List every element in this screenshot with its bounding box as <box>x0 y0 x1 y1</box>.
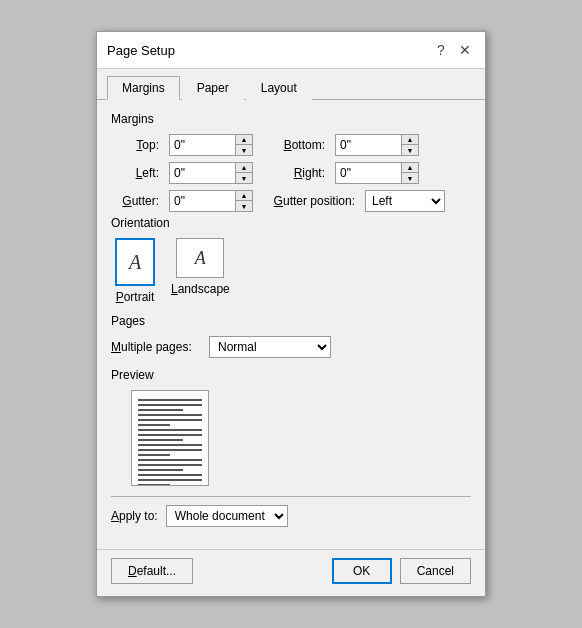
pages-section: Pages Multiple pages: Normal Mirror marg… <box>111 314 471 358</box>
landscape-option[interactable]: A Landscape <box>171 238 230 304</box>
preview-line <box>138 459 202 461</box>
preview-line <box>138 474 202 476</box>
bottom-spin-down[interactable]: ▼ <box>402 145 418 155</box>
divider <box>111 496 471 497</box>
gutter-spin-buttons: ▲ ▼ <box>235 191 252 211</box>
tab-paper[interactable]: Paper <box>182 76 244 100</box>
bottom-spin-input[interactable]: ▲ ▼ <box>335 134 419 156</box>
preview-section: Preview <box>111 368 471 486</box>
top-input[interactable] <box>170 135 235 155</box>
margins-left-col: Top: ▲ ▼ Left: ▲ ▼ <box>111 134 253 212</box>
orientation-label: Orientation <box>111 216 471 230</box>
landscape-label: Landscape <box>171 282 230 296</box>
right-input[interactable] <box>336 163 401 183</box>
bottom-spin-up[interactable]: ▲ <box>402 135 418 145</box>
top-label: Top: <box>111 138 163 152</box>
preview-lines <box>132 391 208 486</box>
preview-line <box>138 419 202 421</box>
gutter-label: Gutter: <box>111 194 163 208</box>
preview-label: Preview <box>111 368 471 382</box>
top-spin-down[interactable]: ▼ <box>236 145 252 155</box>
top-field-row: Top: ▲ ▼ <box>111 134 253 156</box>
gutter-position-label: Gutter position: <box>269 194 359 208</box>
top-spin-up[interactable]: ▲ <box>236 135 252 145</box>
gutter-spin-up[interactable]: ▲ <box>236 191 252 201</box>
apply-to-select[interactable]: Whole document This section This point f… <box>167 506 287 526</box>
apply-to-label: Apply to: <box>111 509 158 523</box>
preview-line <box>138 429 202 431</box>
top-spin-input[interactable]: ▲ ▼ <box>169 134 253 156</box>
preview-line <box>138 399 202 401</box>
tab-content: Margins Top: ▲ ▼ Left: <box>97 100 485 549</box>
portrait-label: Portrait <box>116 290 155 304</box>
apply-to-dropdown[interactable]: Whole document This section This point f… <box>166 505 288 527</box>
preview-line <box>138 414 202 416</box>
preview-box <box>131 390 209 486</box>
left-spin-input[interactable]: ▲ ▼ <box>169 162 253 184</box>
right-spin-down[interactable]: ▼ <box>402 173 418 183</box>
preview-line <box>138 484 170 486</box>
page-setup-dialog: Page Setup ? ✕ Margins Paper Layout Marg… <box>96 31 486 597</box>
left-input[interactable] <box>170 163 235 183</box>
bottom-field-row: Bottom: ▲ ▼ <box>269 134 445 156</box>
cancel-button[interactable]: Cancel <box>400 558 471 584</box>
ok-button[interactable]: OK <box>332 558 392 584</box>
gutter-position-field-row: Gutter position: Left Top <box>269 190 445 212</box>
margins-right-col: Bottom: ▲ ▼ Right: ▲ <box>269 134 445 212</box>
left-label: Left: <box>111 166 163 180</box>
pages-row: Multiple pages: Normal Mirror margins 2 … <box>111 336 471 358</box>
preview-line <box>138 444 202 446</box>
orientation-section: Orientation A Portrait A Landscape <box>111 216 471 304</box>
close-button[interactable]: ✕ <box>455 40 475 60</box>
left-spin-up[interactable]: ▲ <box>236 163 252 173</box>
preview-line <box>138 439 183 441</box>
landscape-icon: A <box>176 238 224 278</box>
right-label: Right: <box>269 166 329 180</box>
dialog-title: Page Setup <box>107 43 175 58</box>
apply-to-row: Apply to: Whole document This section Th… <box>111 505 471 527</box>
help-button[interactable]: ? <box>431 40 451 60</box>
margins-fields: Top: ▲ ▼ Left: ▲ ▼ <box>111 134 471 212</box>
multiple-pages-label: Multiple pages: <box>111 340 201 354</box>
right-field-row: Right: ▲ ▼ <box>269 162 445 184</box>
tab-margins[interactable]: Margins <box>107 76 180 100</box>
bottom-label: Bottom: <box>269 138 329 152</box>
preview-line <box>138 434 202 436</box>
left-spin-buttons: ▲ ▼ <box>235 163 252 183</box>
title-bar: Page Setup ? ✕ <box>97 32 485 69</box>
preview-line <box>138 479 202 481</box>
left-spin-down[interactable]: ▼ <box>236 173 252 183</box>
gutter-spin-down[interactable]: ▼ <box>236 201 252 211</box>
title-bar-buttons: ? ✕ <box>431 40 475 60</box>
right-spin-buttons: ▲ ▼ <box>401 163 418 183</box>
bottom-input[interactable] <box>336 135 401 155</box>
multiple-pages-dropdown[interactable]: Normal Mirror margins 2 pages per sheet … <box>209 336 331 358</box>
gutter-position-select[interactable]: Left Top <box>366 191 444 211</box>
bottom-spin-buttons: ▲ ▼ <box>401 135 418 155</box>
preview-line <box>138 469 183 471</box>
portrait-icon: A <box>115 238 155 286</box>
preview-line <box>138 449 202 451</box>
preview-line <box>138 404 202 406</box>
preview-line <box>138 409 183 411</box>
multiple-pages-select[interactable]: Normal Mirror margins 2 pages per sheet … <box>210 337 330 357</box>
tab-layout[interactable]: Layout <box>246 76 312 100</box>
gutter-position-select-wrap[interactable]: Left Top <box>365 190 445 212</box>
tab-bar: Margins Paper Layout <box>97 69 485 100</box>
right-spin-input[interactable]: ▲ ▼ <box>335 162 419 184</box>
gutter-field-row: Gutter: ▲ ▼ <box>111 190 253 212</box>
right-spin-up[interactable]: ▲ <box>402 163 418 173</box>
margins-section-label: Margins <box>111 112 471 126</box>
gutter-input[interactable] <box>170 191 235 211</box>
left-field-row: Left: ▲ ▼ <box>111 162 253 184</box>
preview-line <box>138 454 170 456</box>
portrait-option[interactable]: A Portrait <box>115 238 155 304</box>
gutter-spin-input[interactable]: ▲ ▼ <box>169 190 253 212</box>
top-spin-buttons: ▲ ▼ <box>235 135 252 155</box>
pages-label: Pages <box>111 314 471 328</box>
preview-line <box>138 424 170 426</box>
bottom-buttons: Default... OK Cancel <box>97 549 485 596</box>
default-button[interactable]: Default... <box>111 558 193 584</box>
orientation-options: A Portrait A Landscape <box>115 238 471 304</box>
preview-line <box>138 464 202 466</box>
